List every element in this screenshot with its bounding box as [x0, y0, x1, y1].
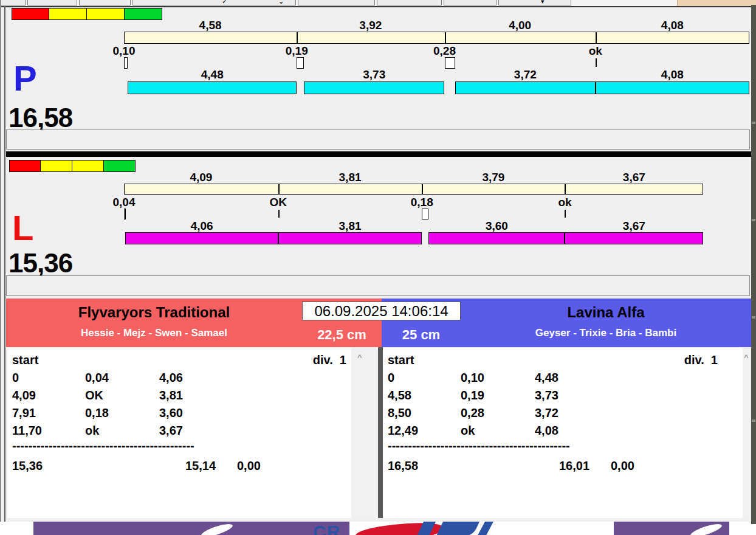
lane-l-run-bar [428, 232, 565, 244]
team-left-dogs: Hessie - Mejz - Swen - Samael [6, 327, 302, 339]
lane-l-pass-gap-box [124, 209, 126, 219]
lane-l-total-time: 15,36 [9, 250, 72, 277]
toolbar-segment[interactable] [298, 0, 375, 5]
lane-l-run-bar [278, 232, 422, 244]
lane-p-run-time: 4,48 [188, 68, 236, 81]
lane-left-status-strip [6, 275, 750, 296]
table-row-cell: 3,73 [535, 388, 558, 402]
table-row-cell: ok [461, 424, 475, 438]
lane-l-pass-ok-marker [565, 210, 566, 218]
lane-l-label: L [12, 210, 33, 246]
lane-l-split-bar [124, 184, 703, 195]
lane-l-split-divider [422, 184, 423, 195]
lane-p-run-time: 3,73 [350, 68, 399, 81]
table-row-cell: 3,81 [159, 388, 183, 402]
lane-p-split-bar [124, 32, 749, 44]
table-separator: ----------------------------------------… [12, 439, 194, 453]
lane-p-run-time: 4,08 [648, 68, 696, 81]
lane-l-run-time: 4,06 [177, 219, 226, 233]
lane-p-run-bar [128, 81, 297, 94]
table-row-cell: 4,09 [12, 388, 36, 402]
flyball-timing-app: ✓ ⌄ ▾ 4,583,924,004,080,100,190,28ok4,48… [0, 0, 756, 535]
toolbar-segment[interactable] [444, 0, 497, 5]
toolbar-segment[interactable] [79, 0, 131, 5]
lane-divider [6, 151, 751, 157]
lane-p-run-time: 3,72 [501, 68, 549, 81]
lane-p-pass-gap-box [297, 57, 304, 69]
lane-p-pass-label: 0,19 [272, 44, 321, 58]
banner-bird-icon [200, 522, 233, 535]
table-row-cell: 4,06 [159, 371, 183, 385]
cr-logo-text: CR [313, 522, 340, 535]
lane-p-run-bar [304, 81, 444, 94]
toolbar-dropdown-icon: ▾ [541, 0, 545, 5]
table-total-time: 16,58 [388, 459, 418, 473]
table-row-cell: 4,48 [535, 371, 558, 385]
team-left-scrollbar[interactable]: ^ [351, 348, 378, 519]
lane-p-pass-label: 0,28 [421, 44, 469, 58]
toolbar-segment[interactable] [0, 0, 26, 5]
table-sum-time: 16,01 [559, 459, 589, 473]
table-row-cell: 3,67 [159, 424, 183, 438]
table-row-cell: 0,10 [461, 371, 484, 385]
lane-p-split-time: 3,92 [346, 19, 395, 32]
table-row-cell: OK [85, 388, 103, 402]
lane-l-pass-label: 0,18 [397, 196, 446, 209]
table-row-cell: 0,19 [461, 388, 484, 402]
lane-p-traffic-light-cell [124, 8, 162, 20]
table-row-cell: 12,49 [388, 424, 418, 438]
team-left-result-table[interactable]: startdiv. 100,044,064,09OK3,817,910,183,… [7, 348, 351, 519]
window-left-edge [0, 0, 1, 535]
lane-l-run-time: 3,81 [326, 219, 374, 233]
lane-l-pass-label: OK [254, 196, 303, 209]
scroll-up-icon[interactable]: ^ [357, 353, 362, 362]
lane-p-traffic-light-cell [49, 8, 87, 20]
lane-p-pass-gap-box [445, 57, 455, 69]
lane-l-traffic-light-cell [40, 160, 72, 172]
lane-l-split-time: 4,09 [177, 171, 225, 184]
lane-l-traffic-light-cell [103, 160, 136, 172]
table-total-time: 15,36 [12, 459, 43, 473]
toolbar-segment[interactable] [498, 0, 571, 5]
table-row-cell: 0,04 [85, 371, 109, 385]
lane-l-split-time: 3,81 [326, 171, 374, 184]
table-row-cell: 3,60 [159, 406, 183, 420]
scroll-up-icon[interactable]: ^ [744, 353, 749, 362]
lane-l-traffic-light-cell [9, 160, 41, 172]
team-right-scrollbar[interactable]: ^ [743, 348, 751, 519]
team-right-result-table[interactable]: startdiv. 100,104,484,580,193,738,500,28… [383, 348, 743, 519]
toolbar-segment[interactable] [27, 0, 77, 5]
table-row-cell: 8,50 [388, 406, 411, 420]
table-row-cell: 11,70 [12, 424, 42, 438]
lane-p-pass-label: 0,10 [100, 44, 148, 58]
datetime-display: 06.09.2025 14:06:14 [302, 302, 461, 320]
table-row-cell: 3,72 [535, 406, 558, 420]
lane-l-run-time: 3,60 [472, 219, 521, 233]
lane-p-pass-ok-marker [596, 58, 597, 67]
toolbar-check-icon: ✓ [222, 0, 227, 5]
lane-p-split-time: 4,00 [496, 19, 545, 32]
lane-p-split-divider [297, 32, 298, 44]
toolbar-segment[interactable] [377, 0, 442, 5]
lane-l-pass-ok-marker [278, 210, 280, 218]
lane-p-pass-gap-box [124, 57, 128, 69]
lane-p-split-time: 4,08 [648, 19, 696, 32]
lane-p-split-time: 4,58 [186, 19, 235, 32]
toolbar-segment[interactable] [132, 0, 296, 5]
lane-p-run-bar [455, 81, 596, 94]
table-penalty: 0,00 [237, 459, 261, 473]
banner-purple-right [614, 522, 729, 535]
lane-l-split-divider [565, 184, 566, 195]
table-sum-time: 15,14 [185, 459, 216, 473]
lane-p-total-time: 16,58 [9, 105, 72, 131]
table-row-cell: 0,18 [85, 406, 109, 420]
panel-left-border [4, 6, 5, 522]
table-start-label: start [12, 353, 38, 367]
table-division-label: div. 1 [684, 353, 718, 367]
lane-p-traffic-light-cell [12, 8, 50, 20]
table-row-cell: ok [85, 424, 99, 438]
edge-notch [752, 219, 755, 221]
lane-l-pass-label: ok [540, 196, 589, 209]
table-row-cell: 4,58 [388, 388, 411, 402]
edge-notch [752, 419, 755, 422]
